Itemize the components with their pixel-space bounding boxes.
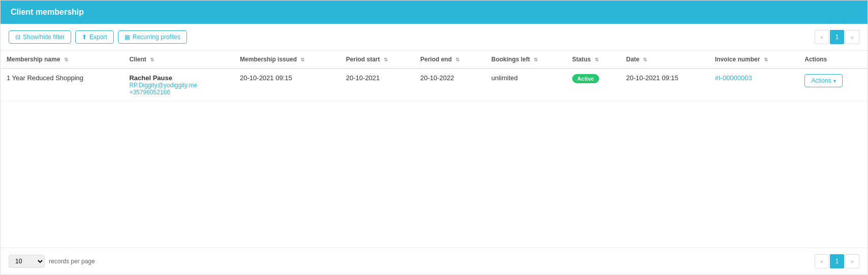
pagination-bottom: « 1 » <box>815 254 859 268</box>
cell-invoice-number: #I-00000003 <box>709 68 799 101</box>
status-badge: Active <box>572 74 599 83</box>
col-invoice-number[interactable]: Invoice number ⇅ <box>709 51 799 68</box>
cell-client: Rachel Pause RP.Diggity@yodiggity.me +35… <box>123 68 234 101</box>
cell-status: Active <box>566 68 620 101</box>
next-page-button-top[interactable]: » <box>845 30 859 44</box>
cell-actions: Actions ▾ <box>798 68 867 101</box>
table-header-row: Membership name ⇅ Client ⇅ Membership is… <box>1 51 867 68</box>
page-1-button-top[interactable]: 1 <box>830 30 844 44</box>
records-label: records per page <box>49 258 95 265</box>
sort-icon-date: ⇅ <box>643 57 647 62</box>
table-wrapper: Membership name ⇅ Client ⇅ Membership is… <box>1 51 867 248</box>
memberships-table: Membership name ⇅ Client ⇅ Membership is… <box>1 51 867 101</box>
filter-icon: ⊟ <box>15 33 20 41</box>
page-wrapper: Client membership ⊟ Show/hide filter ⬆ E… <box>0 0 868 275</box>
col-period-end[interactable]: Period end ⇅ <box>414 51 485 68</box>
export-button[interactable]: ⬆ Export <box>75 30 114 44</box>
footer-left: 10 25 50 100 records per page <box>9 255 95 268</box>
chart-icon: ▦ <box>125 33 130 41</box>
footer: 10 25 50 100 records per page « 1 » <box>1 248 867 274</box>
sort-icon-client: ⇅ <box>150 57 154 62</box>
col-membership-name[interactable]: Membership name ⇅ <box>1 51 123 68</box>
sort-icon-membership-name: ⇅ <box>64 57 68 62</box>
client-phone: +35796052166 <box>129 89 228 96</box>
chevron-down-icon: ▾ <box>833 78 836 84</box>
col-status[interactable]: Status ⇅ <box>566 51 620 68</box>
sort-icon-membership-issued: ⇅ <box>300 57 304 62</box>
export-icon: ⬆ <box>82 33 87 41</box>
sort-icon-bookings-left: ⇅ <box>534 57 538 62</box>
actions-button[interactable]: Actions ▾ <box>804 74 842 87</box>
per-page-select[interactable]: 10 25 50 100 <box>9 255 45 268</box>
client-email[interactable]: RP.Diggity@yodiggity.me <box>129 82 228 89</box>
cell-bookings-left: unlimited <box>485 68 566 101</box>
toolbar: ⊟ Show/hide filter ⬆ Export ▦ Recurring … <box>1 24 867 51</box>
toolbar-left: ⊟ Show/hide filter ⬆ Export ▦ Recurring … <box>9 30 187 44</box>
col-date[interactable]: Date ⇅ <box>620 51 709 68</box>
col-bookings-left[interactable]: Bookings left ⇅ <box>485 51 566 68</box>
cell-membership-issued: 20-10-2021 09:15 <box>234 68 340 101</box>
cell-date: 20-10-2021 09:15 <box>620 68 709 101</box>
sort-icon-invoice-number: ⇅ <box>764 57 768 62</box>
col-period-start[interactable]: Period start ⇅ <box>340 51 414 68</box>
table-row: 1 Year Reduced Shopping Rachel Pause RP.… <box>1 68 867 101</box>
cell-period-start: 20-10-2021 <box>340 68 414 101</box>
page-1-button-bottom[interactable]: 1 <box>830 254 844 268</box>
next-page-button-bottom[interactable]: » <box>845 254 859 268</box>
show-hide-filter-button[interactable]: ⊟ Show/hide filter <box>9 30 71 44</box>
invoice-link[interactable]: #I-00000003 <box>715 74 752 82</box>
pagination-top: « 1 » <box>815 30 859 44</box>
client-name: Rachel Pause <box>129 74 228 82</box>
col-actions: Actions <box>798 51 867 68</box>
page-title: Client membership <box>11 8 84 16</box>
header: Client membership <box>1 1 867 24</box>
cell-membership-name: 1 Year Reduced Shopping <box>1 68 123 101</box>
sort-icon-status: ⇅ <box>595 57 599 62</box>
sort-icon-period-start: ⇅ <box>384 57 388 62</box>
cell-period-end: 20-10-2022 <box>414 68 485 101</box>
prev-page-button-top[interactable]: « <box>815 30 829 44</box>
recurring-profiles-button[interactable]: ▦ Recurring profiles <box>118 30 187 44</box>
sort-icon-period-end: ⇅ <box>455 57 459 62</box>
prev-page-button-bottom[interactable]: « <box>815 254 829 268</box>
col-membership-issued[interactable]: Membership issued ⇅ <box>234 51 340 68</box>
col-client[interactable]: Client ⇅ <box>123 51 234 68</box>
